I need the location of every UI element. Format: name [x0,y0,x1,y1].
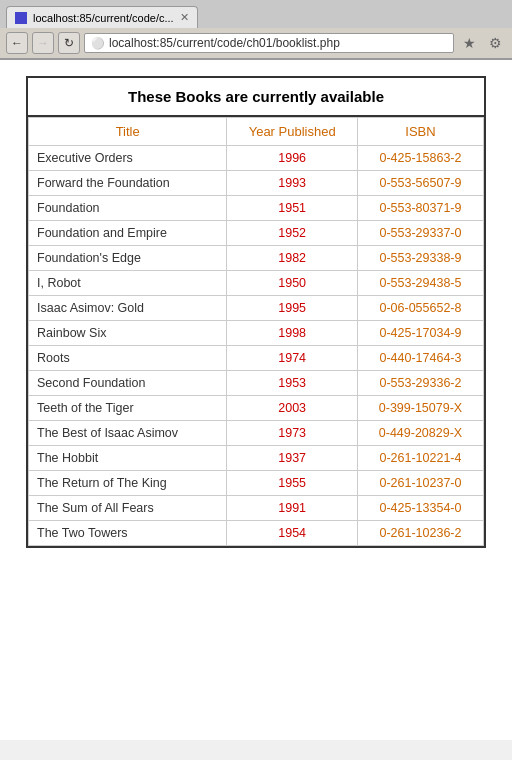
cell-title: The Hobbit [29,446,227,471]
cell-isbn: 0-553-29336-2 [357,371,483,396]
cell-year: 1982 [227,246,358,271]
browser-chrome: localhost:85/current/code/c... ✕ ← → ↻ ⚪… [0,0,512,60]
cell-year: 1995 [227,296,358,321]
cell-isbn: 0-449-20829-X [357,421,483,446]
cell-isbn: 0-06-055652-8 [357,296,483,321]
table-header-row: Title Year Published ISBN [29,118,484,146]
table-row: Foundation and Empire19520-553-29337-0 [29,221,484,246]
table-row: Foundation19510-553-80371-9 [29,196,484,221]
cell-year: 1998 [227,321,358,346]
table-row: The Sum of All Fears19910-425-13354-0 [29,496,484,521]
table-row: I, Robot19500-553-29438-5 [29,271,484,296]
cell-isbn: 0-425-15863-2 [357,146,483,171]
cell-title: Forward the Foundation [29,171,227,196]
table-row: The Best of Isaac Asimov19730-449-20829-… [29,421,484,446]
table-row: Isaac Asimov: Gold19950-06-055652-8 [29,296,484,321]
cell-year: 1954 [227,521,358,546]
cell-isbn: 0-553-29438-5 [357,271,483,296]
cell-title: The Return of The King [29,471,227,496]
cell-title: The Two Towers [29,521,227,546]
cell-title: I, Robot [29,271,227,296]
bookmark-button[interactable]: ★ [458,32,480,54]
table-row: The Hobbit19370-261-10221-4 [29,446,484,471]
cell-isbn: 0-261-10237-0 [357,471,483,496]
browser-tab[interactable]: localhost:85/current/code/c... ✕ [6,6,198,28]
forward-button[interactable]: → [32,32,54,54]
cell-title: Rainbow Six [29,321,227,346]
table-row: Second Foundation19530-553-29336-2 [29,371,484,396]
cell-isbn: 0-261-10236-2 [357,521,483,546]
cell-title: Teeth of the Tiger [29,396,227,421]
cell-year: 1937 [227,446,358,471]
book-table: Title Year Published ISBN Executive Orde… [28,117,484,546]
tab-bar: localhost:85/current/code/c... ✕ [0,0,512,28]
table-row: Forward the Foundation19930-553-56507-9 [29,171,484,196]
tab-title: localhost:85/current/code/c... [33,12,174,24]
cell-isbn: 0-425-13354-0 [357,496,483,521]
reload-button[interactable]: ↻ [58,32,80,54]
table-row: Roots19740-440-17464-3 [29,346,484,371]
cell-isbn: 0-553-29337-0 [357,221,483,246]
table-heading: These Books are currently available [28,78,484,117]
tab-favicon [15,12,27,24]
cell-isbn: 0-425-17034-9 [357,321,483,346]
cell-title: Isaac Asimov: Gold [29,296,227,321]
cell-title: Foundation [29,196,227,221]
col-header-isbn: ISBN [357,118,483,146]
cell-year: 1991 [227,496,358,521]
cell-title: Executive Orders [29,146,227,171]
cell-year: 1952 [227,221,358,246]
col-header-year: Year Published [227,118,358,146]
cell-title: The Best of Isaac Asimov [29,421,227,446]
table-row: Executive Orders19960-425-15863-2 [29,146,484,171]
settings-button[interactable]: ⚙ [484,32,506,54]
cell-year: 1951 [227,196,358,221]
table-row: Rainbow Six19980-425-17034-9 [29,321,484,346]
cell-isbn: 0-440-17464-3 [357,346,483,371]
page-content: These Books are currently available Titl… [0,60,512,740]
table-row: Teeth of the Tiger20030-399-15079-X [29,396,484,421]
cell-isbn: 0-553-56507-9 [357,171,483,196]
cell-year: 1953 [227,371,358,396]
cell-title: The Sum of All Fears [29,496,227,521]
cell-isbn: 0-553-80371-9 [357,196,483,221]
page-icon: ⚪ [91,37,105,50]
cell-year: 1974 [227,346,358,371]
cell-isbn: 0-399-15079-X [357,396,483,421]
table-row: The Return of The King19550-261-10237-0 [29,471,484,496]
address-input[interactable] [109,36,447,50]
cell-isbn: 0-553-29338-9 [357,246,483,271]
back-button[interactable]: ← [6,32,28,54]
cell-title: Foundation and Empire [29,221,227,246]
cell-title: Foundation's Edge [29,246,227,271]
cell-year: 1996 [227,146,358,171]
cell-title: Roots [29,346,227,371]
cell-year: 2003 [227,396,358,421]
cell-isbn: 0-261-10221-4 [357,446,483,471]
tab-close-button[interactable]: ✕ [180,11,189,24]
cell-title: Second Foundation [29,371,227,396]
cell-year: 1955 [227,471,358,496]
table-row: Foundation's Edge19820-553-29338-9 [29,246,484,271]
cell-year: 1950 [227,271,358,296]
table-row: The Two Towers19540-261-10236-2 [29,521,484,546]
col-header-title: Title [29,118,227,146]
book-table-container: These Books are currently available Titl… [26,76,486,548]
cell-year: 1993 [227,171,358,196]
cell-year: 1973 [227,421,358,446]
address-bar: ⚪ [84,33,454,53]
nav-bar: ← → ↻ ⚪ ★ ⚙ [0,28,512,59]
